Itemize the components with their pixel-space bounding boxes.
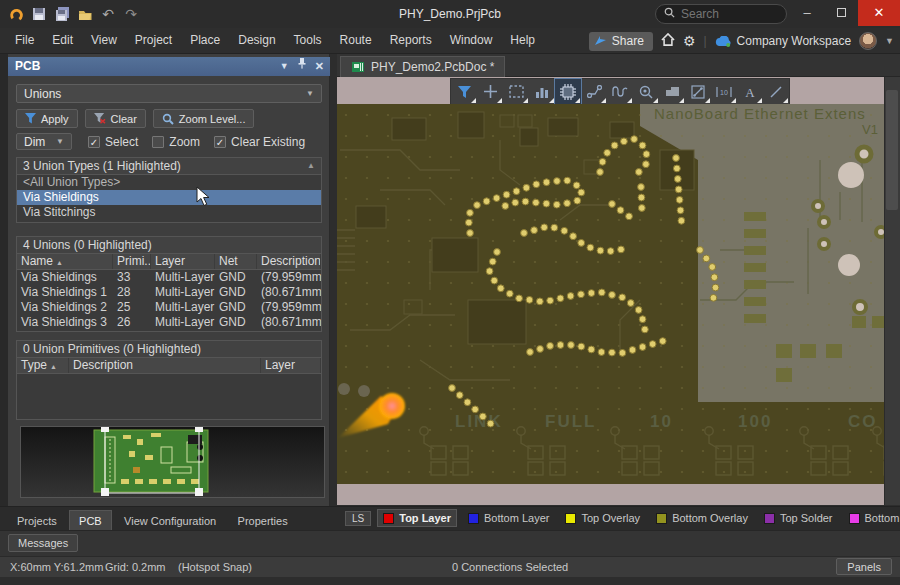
cross-select-icon[interactable]: [477, 79, 503, 104]
union-types-header[interactable]: 3 Union Types (1 Highlighted) ▲: [17, 158, 321, 175]
avatar[interactable]: [859, 32, 877, 50]
clear-button[interactable]: Clear: [85, 109, 146, 128]
panel-actions: Apply Clear Zoom Level...: [16, 109, 254, 128]
fill-icon[interactable]: [659, 79, 685, 104]
list-item[interactable]: <All Union Types>: [17, 175, 321, 190]
via-icon[interactable]: [633, 79, 659, 104]
pcb-panel-header[interactable]: PCB ▼ ✕: [8, 57, 330, 76]
panel-dropdown-icon[interactable]: ▼: [280, 57, 289, 76]
layer-swatch: [383, 513, 394, 524]
board-preview[interactable]: [20, 426, 325, 498]
scrollbar-thumb[interactable]: [886, 90, 898, 210]
menu-help[interactable]: Help: [501, 28, 544, 53]
menu-route[interactable]: Route: [331, 28, 381, 53]
text-string-icon[interactable]: A: [737, 79, 763, 104]
share-arrow-icon: [595, 36, 607, 46]
primitives-column-headers[interactable]: Type▲ Description Layer: [17, 358, 321, 374]
close-button[interactable]: ✕: [858, 0, 900, 26]
layer-swatch: [565, 513, 576, 524]
save-icon[interactable]: [29, 4, 49, 24]
select-label: Select: [105, 135, 138, 149]
magnifier-icon: [162, 113, 174, 125]
unions-header[interactable]: 4 Unions (0 Highlighted): [17, 237, 321, 254]
home-icon[interactable]: [661, 33, 675, 49]
panels-button[interactable]: Panels: [836, 558, 892, 575]
pcb-canvas[interactable]: 10 A: [337, 77, 884, 505]
panel-close-icon[interactable]: ✕: [315, 57, 324, 76]
avatar-caret-icon[interactable]: ▼: [885, 36, 894, 46]
layer-tab-bottom-overlay[interactable]: Bottom Overlay: [651, 510, 753, 526]
tab-properties[interactable]: Properties: [229, 511, 297, 531]
search-input[interactable]: [681, 7, 771, 21]
menu-edit[interactable]: Edit: [43, 28, 82, 53]
messages-button[interactable]: Messages: [8, 534, 78, 552]
global-search[interactable]: [655, 4, 787, 24]
filter-icon[interactable]: [451, 79, 477, 104]
menu-window[interactable]: Window: [441, 28, 502, 53]
altium-logo-icon: [6, 4, 26, 24]
rect-line-icon[interactable]: [685, 79, 711, 104]
silk-board-title: NanoBoard Ethernet Extens: [654, 105, 866, 122]
collapse-icon[interactable]: ▲: [307, 158, 315, 174]
redo-icon[interactable]: ↷: [121, 4, 141, 24]
table-row[interactable]: Via Shieldings 225Multi-LayerGND(79.959m…: [17, 300, 321, 315]
zoom-level-button[interactable]: Zoom Level...: [153, 109, 255, 128]
svg-text:LINK: LINK: [455, 412, 503, 431]
document-tab[interactable]: PHY_Demo2.PcbDoc *: [340, 56, 505, 77]
select-checkbox[interactable]: ✓: [88, 136, 100, 148]
pad-stack-icon[interactable]: [529, 79, 555, 104]
dimension-icon[interactable]: 10: [711, 79, 737, 104]
tab-projects[interactable]: Projects: [8, 511, 66, 531]
tab-pcb[interactable]: PCB: [69, 510, 112, 530]
panel-title: PCB: [15, 59, 40, 73]
layer-tab-top-solder[interactable]: Top Solder: [759, 510, 838, 526]
menu-view[interactable]: View: [82, 28, 126, 53]
pcb-board-view[interactable]: NanoBoard Ethernet Extens V1 LINK FULL 1…: [337, 104, 884, 484]
workspace-button[interactable]: Company Workspace: [715, 34, 852, 48]
layer-tab-top-overlay[interactable]: Top Overlay: [560, 510, 645, 526]
panel-mode-dropdown[interactable]: Unions▼: [16, 84, 322, 103]
tune-meander-icon[interactable]: [607, 79, 633, 104]
table-row[interactable]: Via Shieldings33Multi-LayerGND(79.959mm,…: [17, 270, 321, 285]
menu-tools[interactable]: Tools: [285, 28, 331, 53]
menu-design[interactable]: Design: [229, 28, 284, 53]
maximize-button[interactable]: [824, 0, 858, 26]
layer-tab-top-layer[interactable]: Top Layer: [377, 509, 457, 527]
line-icon[interactable]: [763, 79, 789, 104]
tab-view-configuration[interactable]: View Configuration: [115, 511, 225, 531]
union-primitives-header[interactable]: 0 Union Primitives (0 Highlighted): [17, 341, 321, 358]
menu-reports[interactable]: Reports: [381, 28, 441, 53]
menu-file[interactable]: File: [6, 28, 43, 53]
apply-button[interactable]: Apply: [16, 109, 78, 128]
layer-tab-bottom-layer[interactable]: Bottom Layer: [463, 510, 554, 526]
layer-swatch: [849, 513, 860, 524]
gear-icon[interactable]: ⚙: [683, 33, 696, 49]
table-row[interactable]: Via Shieldings 326Multi-LayerGND(80.671m…: [17, 315, 321, 330]
unions-column-headers[interactable]: Name▲ Primi... Layer Net Description: [17, 254, 321, 270]
layer-swatch: [656, 513, 667, 524]
zoom-checkbox[interactable]: [152, 136, 164, 148]
open-folder-icon[interactable]: [75, 4, 95, 24]
appbar-right: Share ⚙ | Company Workspace ▼: [589, 30, 894, 52]
board-preview-image: [21, 427, 325, 498]
undo-icon[interactable]: ↶: [98, 4, 118, 24]
share-button[interactable]: Share: [589, 32, 653, 51]
list-item[interactable]: Via Stitchings: [17, 205, 321, 220]
layer-tab-bottom-solder[interactable]: Bottom Solder: [844, 510, 900, 526]
panel-pin-icon[interactable]: [298, 57, 306, 76]
dim-dropdown[interactable]: Dim▼: [16, 133, 72, 150]
list-item-selected[interactable]: Via Shieldings: [17, 190, 321, 205]
menu-project[interactable]: Project: [126, 28, 181, 53]
clear-existing-checkbox[interactable]: ✓: [214, 136, 226, 148]
area-select-icon[interactable]: [503, 79, 529, 104]
layer-swatch: [468, 513, 479, 524]
layer-set-tab[interactable]: LS: [345, 511, 371, 526]
save-all-icon[interactable]: [52, 4, 72, 24]
menu-place[interactable]: Place: [181, 28, 229, 53]
interactive-route-icon[interactable]: [581, 79, 607, 104]
left-edge-strip: [0, 54, 8, 530]
table-row[interactable]: Via Shieldings 128Multi-LayerGND(80.671m…: [17, 285, 321, 300]
component-icon[interactable]: [555, 79, 581, 104]
minimize-button[interactable]: –: [790, 0, 824, 26]
status-bar: X:60mm Y:61.2mm Grid: 0.2mm (Hotspot Sna…: [0, 556, 900, 577]
